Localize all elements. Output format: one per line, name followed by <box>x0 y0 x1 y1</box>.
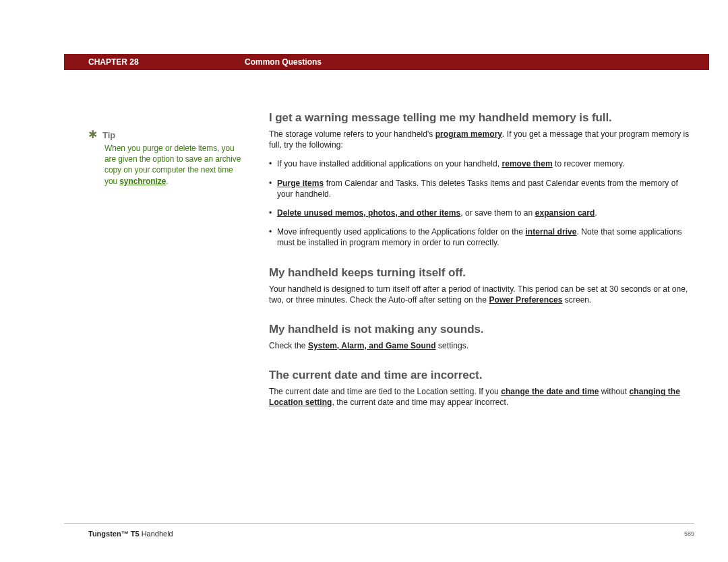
q1-bullet-1: If you have installed additional applica… <box>277 158 694 169</box>
q2-body: Your handheld is designed to turn itself… <box>269 284 694 305</box>
footer-divider <box>64 523 694 524</box>
q1-bullet-4: Move infrequently used applications to t… <box>277 226 694 248</box>
footer: Tungsten™ T5 Handheld 589 <box>64 530 694 538</box>
page-number: 589 <box>684 530 694 537</box>
tip-sidebar: ✱ Tip When you purge or delete items, yo… <box>64 129 243 187</box>
delete-items-link[interactable]: Delete unused memos, photos, and other i… <box>277 208 460 218</box>
q4-p2: , the current date and time may appear i… <box>332 398 508 407</box>
power-preferences-link[interactable]: Power Preferences <box>489 295 562 305</box>
q2-p2: screen. <box>562 295 591 305</box>
chapter-label: CHAPTER 28 <box>64 57 245 67</box>
page: CHAPTER 28 Common Questions ✱ Tip When y… <box>0 0 728 562</box>
tip-header: ✱ Tip <box>88 129 243 140</box>
product-name: Tungsten™ T5 Handheld <box>88 530 173 538</box>
q2-heading: My handheld keeps turning itself off. <box>269 266 694 280</box>
sound-settings-link[interactable]: System, Alarm, and Game Sound <box>308 341 436 350</box>
q1-bullet-3: Delete unused memos, photos, and other i… <box>277 208 694 218</box>
q1-list: If you have installed additional applica… <box>269 158 694 248</box>
q3-p1: Check the <box>269 341 308 350</box>
product-rest: Handheld <box>140 530 173 538</box>
change-date-time-link[interactable]: change the date and time <box>501 387 599 396</box>
product-bold: Tungsten™ T5 <box>88 530 140 538</box>
internal-drive-link[interactable]: internal drive <box>525 227 576 237</box>
q2-p1: Your handheld is designed to turn itself… <box>269 284 688 305</box>
q3-heading: My handheld is not making any sounds. <box>269 323 694 336</box>
main-content: I get a warning message telling me my ha… <box>269 111 694 416</box>
synchronize-link[interactable]: synchronize <box>119 177 166 186</box>
q4-mid: without <box>599 387 629 396</box>
q1-intro-1: The storage volume refers to your handhe… <box>269 129 435 139</box>
q4-heading: The current date and time are incorrect. <box>269 369 694 382</box>
section-title: Common Questions <box>245 57 322 67</box>
q1-b3-mid: , or save them to an <box>460 208 535 218</box>
q1-b2-rest: from Calendar and Tasks. This deletes Ta… <box>277 179 678 199</box>
header-bar: CHAPTER 28 Common Questions <box>64 54 709 70</box>
tip-body: When you purge or delete items, you are … <box>104 143 243 187</box>
program-memory-link[interactable]: program memory <box>435 129 502 139</box>
q4-p1: The current date and time are tied to th… <box>269 387 501 396</box>
expansion-card-link[interactable]: expansion card <box>535 208 595 218</box>
q3-body: Check the System, Alarm, and Game Sound … <box>269 340 694 351</box>
q1-b3-end: . <box>595 208 597 218</box>
q4-body: The current date and time are tied to th… <box>269 386 694 408</box>
q1-heading: I get a warning message telling me my ha… <box>269 111 694 125</box>
q1-b1-1: If you have installed additional applica… <box>277 159 502 168</box>
tip-label: Tip <box>102 130 115 140</box>
remove-them-link[interactable]: remove them <box>502 159 552 168</box>
tip-text-2: . <box>166 177 168 186</box>
q1-bullet-2: Purge items from Calendar and Tasks. Thi… <box>277 178 694 199</box>
q1-b4-1: Move infrequently used applications to t… <box>277 227 525 237</box>
purge-items-link[interactable]: Purge items <box>277 179 324 188</box>
q3-p2: settings. <box>436 341 469 350</box>
asterisk-icon: ✱ <box>88 129 97 140</box>
q1-intro: The storage volume refers to your handhe… <box>269 129 694 150</box>
q1-b1-2: to recover memory. <box>553 159 625 168</box>
